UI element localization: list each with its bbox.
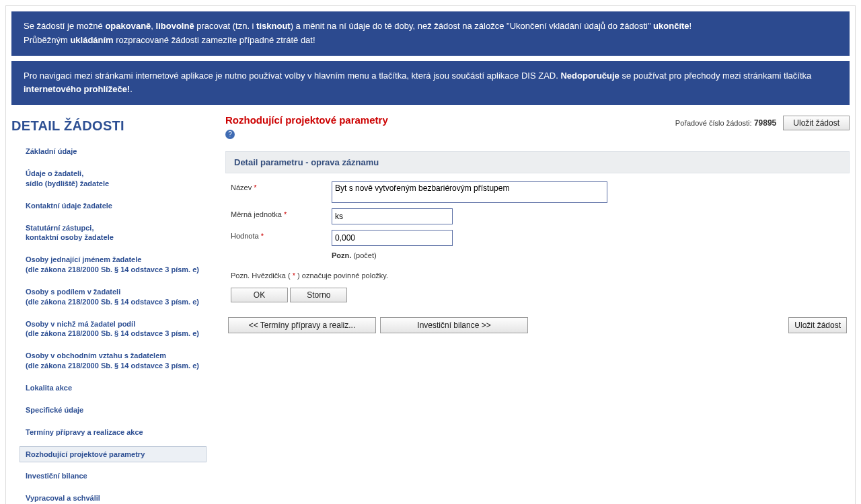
order-number: Pořadové číslo žádosti: 79895 [675,118,776,128]
ok-button[interactable]: OK [231,288,288,302]
required-note: Pozn. Hvězdička ( * ) označuje povinné p… [231,271,850,280]
sidebar-item-0[interactable]: Základní údaje [20,143,207,160]
sidebar-item-4[interactable]: Osoby jednající jménem žadatele(dle záko… [20,251,207,278]
sidebar-item-10[interactable]: Termíny přípravy a realizace akce [20,424,207,441]
sidebar-item-5[interactable]: Osoby s podílem v žadateli(dle zákona 21… [20,284,207,310]
sidebar-item-13[interactable]: Vypracoval a schválil [20,490,207,504]
note-line: Pozn. (počet) [332,251,377,259]
label-value: Hodnota * [231,230,332,240]
notice-secondary: Pro navigaci mezi stránkami internetové … [11,61,850,106]
label-name: Název * [231,181,332,192]
sidebar-item-3[interactable]: Statutární zástupci,kontaktní osoby žada… [20,220,207,247]
sidebar-item-2[interactable]: Kontaktní údaje žadatele [20,198,207,214]
sidebar-title: DETAIL ŽÁDOSTI [11,118,211,134]
input-unit[interactable] [332,208,453,224]
input-value[interactable] [332,230,453,246]
nav-prev-button[interactable]: << Termíny přípravy a realiz... [228,317,376,333]
sidebar-item-7[interactable]: Osoby v obchodním vztahu s žadatelem(dle… [20,347,207,374]
notice-primary: Se žádostí je možné opakovaně, libovolně… [11,11,850,56]
nav-next-button[interactable]: Investiční bilance >> [380,317,528,333]
section-title: Detail parametru - oprava záznamu [225,151,850,173]
sidebar: DETAIL ŽÁDOSTI Základní údajeÚdaje o žad… [11,114,213,504]
sidebar-item-1[interactable]: Údaje o žadateli,sídlo (bydliště) žadate… [20,165,207,192]
sidebar-item-6[interactable]: Osoby v nichž má žadatel podíl(dle zákon… [20,316,207,343]
help-icon[interactable]: ? [225,130,235,139]
save-button-bottom[interactable]: Uložit žádost [788,317,847,333]
sidebar-item-9[interactable]: Specifické údaje [20,402,207,419]
sidebar-item-11[interactable]: Rozhodující projektové parametry [20,446,207,463]
label-unit: Měrná jednotka * [231,208,332,218]
main-panel: Rozhodující projektové parametry ? Pořad… [213,114,850,504]
input-name[interactable]: Byt s nově vytvořeným bezbariérovým přís… [332,181,607,203]
sidebar-item-8[interactable]: Lokalita akce [20,380,207,396]
save-button-top[interactable]: Uložit žádost [783,116,850,130]
cancel-button[interactable]: Storno [290,288,347,302]
sidebar-item-12[interactable]: Investiční bilance [20,468,207,485]
page-heading: Rozhodující projektové parametry [225,114,388,126]
